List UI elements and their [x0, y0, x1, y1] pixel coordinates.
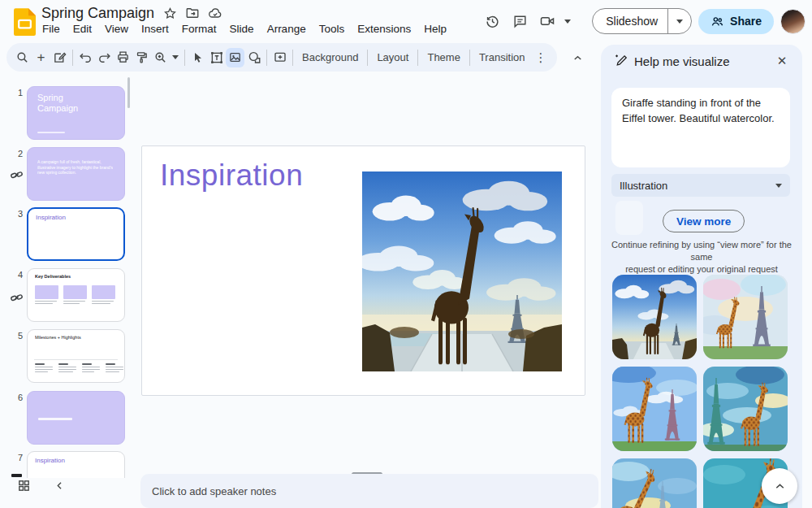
filmstrip-position-indicator [11, 474, 22, 477]
background-button[interactable]: Background [296, 51, 364, 63]
help-me-visualize-panel: Help me visualize ✕ Giraffe standing in … [601, 45, 802, 508]
grid-view-icon[interactable] [16, 478, 31, 493]
generated-image-3[interactable] [612, 367, 697, 451]
zoom-dropdown-caret[interactable] [172, 55, 179, 59]
menu-view[interactable]: View [98, 21, 135, 37]
main-toolbar: + [6, 43, 557, 72]
layout-button[interactable]: Layout [371, 51, 414, 63]
theme-button[interactable]: Theme [421, 51, 465, 63]
undo-button[interactable] [76, 47, 95, 68]
prompt-textarea[interactable]: Giraffe standing in front of the Eiffel … [611, 88, 790, 167]
camera-dropdown-caret[interactable] [564, 20, 571, 24]
slide-giraffe-image[interactable] [362, 172, 562, 371]
share-people-icon [710, 15, 724, 28]
scroll-to-top-button[interactable] [762, 468, 797, 504]
menu-help[interactable]: Help [417, 21, 453, 37]
slide-filmstrip: 1 Spring Campaign 2 A campaign full of f… [0, 75, 136, 478]
slides-app-logo[interactable] [14, 8, 36, 36]
menu-bar: File Edit View Insert Format Slide Arran… [36, 21, 453, 37]
speaker-notes-placeholder: Click to add speaker notes [152, 485, 276, 497]
thumb-body-text: A campaign full of fresh, fantastical, i… [37, 159, 119, 176]
text-box-icon[interactable] [207, 47, 226, 68]
cloud-saved-icon[interactable] [208, 6, 222, 20]
share-button[interactable]: Share [698, 9, 774, 34]
view-more-button[interactable]: View more [663, 210, 745, 232]
menu-extensions[interactable]: Extensions [351, 21, 417, 37]
slide-canvas[interactable]: Inspiration [141, 145, 585, 396]
filmstrip-slide-2[interactable]: 2 A campaign full of fresh, fantastical,… [0, 147, 136, 202]
filmstrip-slide-1[interactable]: 1 Spring Campaign [0, 86, 136, 141]
linked-slide-icon [10, 291, 24, 306]
transition-button[interactable]: Transition [473, 51, 531, 63]
move-folder-icon[interactable] [185, 6, 200, 20]
filmstrip-slide-3-selected[interactable]: 3 Inspiration [0, 207, 136, 263]
meet-camera-icon[interactable] [537, 11, 558, 32]
generated-image-2[interactable] [703, 275, 788, 359]
slide-title-text[interactable]: Inspiration [160, 158, 303, 193]
menu-insert[interactable]: Insert [135, 21, 175, 37]
thumb-title: Key Deliverables [35, 274, 71, 279]
filmstrip-scrollbar[interactable] [127, 77, 130, 108]
new-slide-button[interactable]: + [32, 47, 50, 68]
comments-icon[interactable] [509, 11, 530, 32]
zoom-icon[interactable] [151, 47, 170, 68]
linked-slide-icon [10, 168, 24, 183]
thumb-title: Milestones + Highlights [35, 335, 81, 340]
google-slides-window: Spring Campaign File Edit View Insert Fo… [0, 0, 812, 508]
select-cursor-icon[interactable] [188, 47, 207, 68]
insert-shape-icon[interactable] [244, 47, 263, 68]
dropdown-caret-icon [775, 184, 782, 188]
version-history-icon[interactable] [482, 11, 503, 32]
menu-slide[interactable]: Slide [223, 21, 261, 37]
redo-button[interactable] [95, 47, 114, 68]
collapse-filmstrip-icon[interactable] [52, 478, 67, 493]
slideshow-button[interactable]: Slideshow [592, 8, 692, 34]
print-button[interactable] [114, 47, 132, 68]
hide-menus-button[interactable] [568, 48, 587, 67]
editing-mode-icon[interactable] [50, 47, 69, 68]
thumb-title: Inspiration [36, 214, 66, 221]
filmstrip-slide-4[interactable]: 4 Key Deliverables [0, 268, 136, 323]
insert-comment-icon[interactable] [270, 47, 289, 68]
star-icon[interactable] [162, 6, 177, 20]
image-style-dropdown[interactable]: Illustration [611, 174, 790, 197]
document-title[interactable]: Spring Campaign [41, 5, 154, 22]
magic-pencil-icon [614, 53, 628, 70]
generated-image-5[interactable] [612, 458, 697, 508]
filmstrip-slide-5[interactable]: 5 Milestones + Highlights [0, 329, 136, 384]
menu-tools[interactable]: Tools [313, 21, 352, 37]
thumb-title: Spring Campaign [28, 87, 84, 113]
menu-edit[interactable]: Edit [67, 21, 98, 37]
generated-image-4[interactable] [703, 367, 788, 451]
thumb-title: Inspiration [35, 457, 65, 464]
close-panel-icon[interactable]: ✕ [773, 52, 791, 70]
toolbar-overflow-button[interactable]: ⋮ [531, 50, 551, 65]
menu-arrange[interactable]: Arrange [261, 21, 313, 37]
filmstrip-slide-6[interactable]: 6 [0, 391, 136, 446]
menu-format[interactable]: Format [175, 21, 223, 37]
refine-hint-text: Continue refining by using “view more” f… [606, 239, 797, 276]
user-avatar[interactable] [780, 9, 806, 34]
generated-image-1[interactable] [612, 275, 697, 359]
panel-title: Help me visualize [634, 54, 773, 68]
paint-format-icon[interactable] [132, 47, 151, 68]
speaker-notes-bar[interactable]: Click to add speaker notes [140, 474, 598, 508]
insert-image-button[interactable] [226, 48, 244, 67]
slideshow-options-caret[interactable] [667, 9, 691, 33]
search-menus-icon[interactable] [13, 47, 32, 68]
loading-ghost [615, 201, 643, 235]
menu-file[interactable]: File [36, 21, 67, 37]
